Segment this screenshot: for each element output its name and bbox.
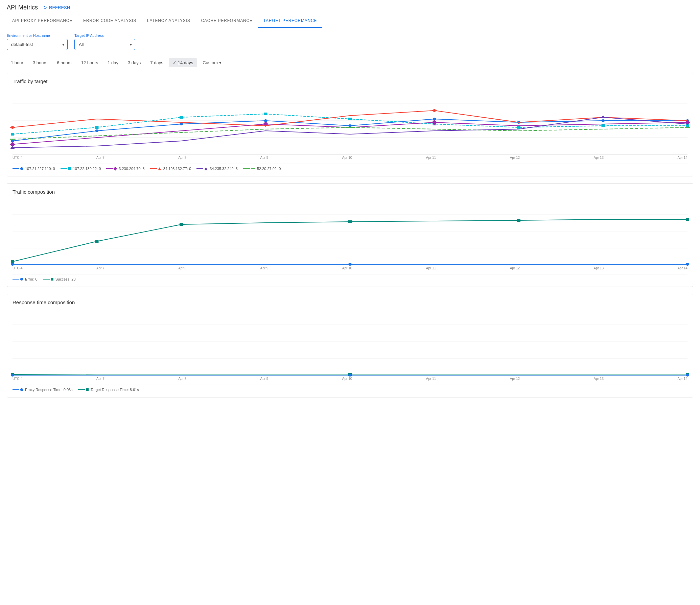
time-1hour[interactable]: 1 hour bbox=[7, 58, 27, 67]
time-12hours[interactable]: 12 hours bbox=[77, 58, 102, 67]
tab-cache[interactable]: CACHE PERFORMANCE bbox=[195, 14, 258, 28]
tabs-bar: API PROXY PERFORMANCE ERROR CODE ANALYSI… bbox=[0, 14, 700, 28]
traffic-composition-x-axis: UTC-4 Apr 7 Apr 8 Apr 9 Apr 10 Apr 11 Ap… bbox=[13, 265, 687, 271]
time-3days[interactable]: 3 days bbox=[124, 58, 145, 67]
time-14days[interactable]: ✓ 14 days bbox=[169, 58, 197, 67]
legend-item-6: 52.20.27.92: 0 bbox=[243, 167, 281, 171]
traffic-by-target-section: Traffic by target bbox=[7, 73, 693, 176]
response-time-chart bbox=[13, 308, 687, 376]
time-3hours[interactable]: 3 hours bbox=[29, 58, 51, 67]
svg-rect-17 bbox=[348, 118, 352, 120]
traffic-composition-chart bbox=[13, 197, 687, 265]
svg-marker-26 bbox=[10, 126, 15, 129]
svg-rect-40 bbox=[348, 220, 352, 223]
svg-point-55 bbox=[686, 374, 689, 377]
environment-select-group: Environment or Hostname default-test pro… bbox=[7, 33, 68, 50]
header: API Metrics ↻ REFRESH bbox=[0, 0, 700, 14]
time-custom[interactable]: Custom ▾ bbox=[199, 58, 226, 67]
environment-select-wrapper: default-test prod staging ▾ bbox=[7, 39, 68, 50]
response-time-title: Response time composition bbox=[13, 299, 687, 305]
time-filter-bar: 1 hour 3 hours 6 hours 12 hours 1 day 3 … bbox=[0, 55, 700, 73]
svg-rect-14 bbox=[95, 126, 99, 129]
svg-rect-13 bbox=[11, 133, 14, 136]
controls-area: Environment or Hostname default-test pro… bbox=[0, 28, 700, 55]
svg-rect-42 bbox=[686, 218, 689, 221]
svg-point-6 bbox=[180, 123, 183, 125]
traffic-by-target-x-axis: UTC-4 Apr 7 Apr 8 Apr 9 Apr 10 Apr 11 Ap… bbox=[13, 154, 687, 161]
svg-rect-19 bbox=[517, 126, 520, 129]
svg-point-11 bbox=[602, 119, 605, 122]
target-ip-select-wrapper: All 107.21.227.110 107.22.139.22 3.230.2… bbox=[74, 39, 135, 50]
charts-container: Traffic by target bbox=[0, 73, 700, 397]
legend-item-2: 107.22.139.22: 0 bbox=[61, 167, 101, 171]
response-time-legend: Proxy Response Time: 0.03s Target Respon… bbox=[13, 385, 687, 392]
svg-point-44 bbox=[348, 263, 352, 266]
svg-rect-41 bbox=[517, 219, 520, 222]
custom-chevron-icon: ▾ bbox=[219, 60, 221, 65]
target-ip-select-group: Target IP Address All 107.21.227.110 107… bbox=[74, 33, 135, 50]
traffic-composition-title: Traffic composition bbox=[13, 189, 687, 195]
svg-rect-38 bbox=[95, 240, 99, 243]
svg-point-5 bbox=[95, 129, 99, 132]
environment-label: Environment or Hostname bbox=[7, 33, 68, 38]
svg-rect-37 bbox=[11, 260, 14, 263]
check-icon: ✓ bbox=[173, 60, 177, 65]
traffic-by-target-legend: 107.21.227.110: 0 107.22.139.22: 0 3.230… bbox=[13, 164, 687, 171]
svg-point-53 bbox=[11, 374, 14, 377]
traffic-composition-section: Traffic composition bbox=[7, 183, 693, 287]
legend-item-1: 107.21.227.110: 0 bbox=[13, 167, 55, 171]
svg-point-43 bbox=[11, 263, 14, 266]
time-6hours[interactable]: 6 hours bbox=[53, 58, 75, 67]
legend-error: Error: 0 bbox=[13, 277, 38, 281]
legend-proxy-response: Proxy Response Time: 0.03s bbox=[13, 388, 73, 392]
legend-target-response: Target Response Time: 8.61s bbox=[78, 388, 139, 392]
target-ip-label: Target IP Address bbox=[74, 33, 135, 38]
environment-select[interactable]: default-test prod staging bbox=[7, 39, 68, 50]
legend-item-4: 34.193.132.77: 0 bbox=[150, 167, 191, 171]
tab-target[interactable]: TARGET PERFORMANCE bbox=[258, 14, 323, 28]
page-title: API Metrics bbox=[7, 4, 38, 11]
traffic-by-target-title: Traffic by target bbox=[13, 78, 687, 84]
svg-marker-29 bbox=[601, 115, 605, 118]
time-7days[interactable]: 7 days bbox=[146, 58, 167, 67]
svg-marker-28 bbox=[10, 146, 15, 149]
refresh-icon: ↻ bbox=[43, 5, 47, 10]
tab-error-code[interactable]: ERROR CODE ANALYSIS bbox=[78, 14, 142, 28]
refresh-button[interactable]: ↻ REFRESH bbox=[43, 5, 70, 10]
response-time-section: Response time composition UTC-4 bbox=[7, 294, 693, 397]
traffic-composition-legend: Error: 0 Success: 23 bbox=[13, 274, 687, 281]
tab-api-proxy[interactable]: API PROXY PERFORMANCE bbox=[7, 14, 78, 28]
traffic-by-target-chart bbox=[13, 87, 687, 154]
legend-item-3: 3.230.204.70: 8 bbox=[106, 167, 144, 171]
svg-point-45 bbox=[686, 263, 689, 266]
svg-rect-15 bbox=[180, 116, 183, 119]
svg-rect-16 bbox=[264, 113, 267, 115]
time-1day[interactable]: 1 day bbox=[103, 58, 122, 67]
svg-point-54 bbox=[348, 374, 352, 377]
target-ip-select[interactable]: All 107.21.227.110 107.22.139.22 3.230.2… bbox=[74, 39, 135, 50]
svg-rect-20 bbox=[602, 124, 605, 127]
legend-success: Success: 23 bbox=[43, 277, 76, 281]
svg-rect-39 bbox=[180, 223, 183, 226]
svg-point-8 bbox=[348, 124, 352, 127]
tab-latency[interactable]: LATENCY ANALYSIS bbox=[142, 14, 196, 28]
legend-item-5: 34.235.32.249: 3 bbox=[196, 167, 238, 171]
svg-marker-27 bbox=[432, 109, 437, 112]
